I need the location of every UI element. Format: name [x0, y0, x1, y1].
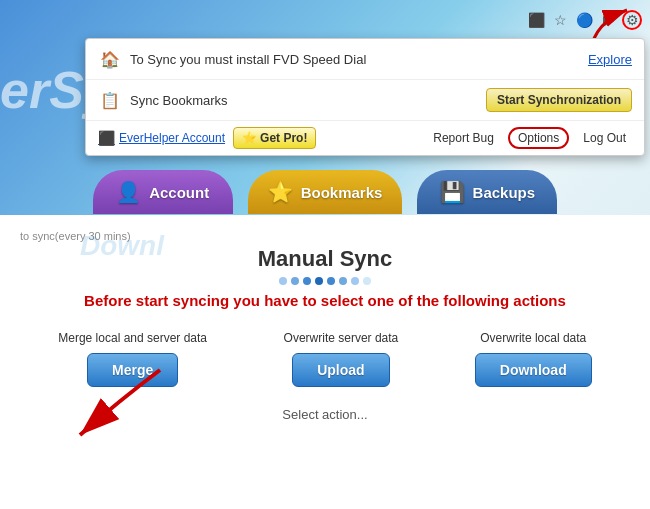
dot-7: [351, 277, 359, 285]
logout-button[interactable]: Log Out: [577, 129, 632, 147]
get-pro-label: Get Pro!: [260, 131, 307, 145]
dot-5: [327, 277, 335, 285]
tab-bookmarks[interactable]: ⭐ Bookmarks: [248, 170, 403, 214]
backups-icon: 💾: [440, 180, 465, 204]
dot-6: [339, 277, 347, 285]
star-icon[interactable]: ☆: [550, 10, 570, 30]
options-button[interactable]: Options: [508, 127, 569, 149]
tab-bookmarks-label: Bookmarks: [301, 184, 383, 201]
dropdown-popup: 🏠 To Sync you must install FVD Speed Dia…: [85, 38, 645, 156]
download-group: Overwrite local data Download: [475, 331, 592, 387]
star-pro-icon: ⭐: [242, 131, 257, 145]
extension-icon[interactable]: 🔵: [574, 10, 594, 30]
account-icon: 👤: [116, 180, 141, 204]
download-button[interactable]: Download: [475, 353, 592, 387]
sync-dots: [20, 277, 630, 285]
everhelper-icon: ⬛: [98, 130, 115, 146]
everhelper-account-link[interactable]: ⬛ EverHelper Account: [98, 130, 225, 146]
everhelper-label: EverHelper Account: [119, 131, 225, 145]
merge-button[interactable]: Merge: [87, 353, 178, 387]
popup-actions-row: ⬛ EverHelper Account ⭐ Get Pro! Report B…: [86, 121, 644, 155]
bookmarks-icon: 📋: [98, 88, 122, 112]
settings-icon[interactable]: ⚙: [622, 10, 642, 30]
dot-1: [279, 277, 287, 285]
fvd-text: To Sync you must install FVD Speed Dial: [130, 52, 588, 67]
tab-backups-label: Backups: [473, 184, 536, 201]
start-sync-button[interactable]: Start Synchronization: [486, 88, 632, 112]
merge-group: Merge local and server data Merge: [58, 331, 207, 387]
tab-account[interactable]: 👤 Account: [93, 170, 233, 214]
select-action-text: Select action...: [20, 407, 630, 422]
get-pro-button[interactable]: ⭐ Get Pro!: [233, 127, 316, 149]
popup-row-bookmarks: 📋 Sync Bookmarks Start Synchronization: [86, 80, 644, 121]
upload-group: Overwrite server data Upload: [284, 331, 399, 387]
tab-account-label: Account: [149, 184, 209, 201]
download-watermark: Downl: [80, 230, 164, 262]
explore-link[interactable]: Explore: [588, 52, 632, 67]
page-icon[interactable]: ⬛: [526, 10, 546, 30]
download-label: Overwrite local data: [480, 331, 586, 345]
youtube-icon[interactable]: ▶: [598, 10, 618, 30]
dot-8: [363, 277, 371, 285]
warning-text: Before start syncing you have to select …: [20, 290, 630, 311]
actions-row: Merge local and server data Merge Overwr…: [20, 331, 630, 387]
chrome-toolbar: ⬛ ☆ 🔵 ▶ ⚙: [450, 0, 650, 40]
dot-2: [291, 277, 299, 285]
sync-bookmarks-text: Sync Bookmarks: [130, 93, 486, 108]
upload-button[interactable]: Upload: [292, 353, 389, 387]
report-bug-button[interactable]: Report Bug: [427, 129, 500, 147]
popup-row-fvd: 🏠 To Sync you must install FVD Speed Dia…: [86, 39, 644, 80]
upload-label: Overwrite server data: [284, 331, 399, 345]
merge-label: Merge local and server data: [58, 331, 207, 345]
home-icon: 🏠: [98, 47, 122, 71]
nav-tabs: 👤 Account ⭐ Bookmarks 💾 Backups: [0, 170, 650, 214]
dot-4: [315, 277, 323, 285]
dot-3: [303, 277, 311, 285]
tab-backups[interactable]: 💾 Backups: [417, 170, 557, 214]
bookmarks-tab-icon: ⭐: [268, 180, 293, 204]
